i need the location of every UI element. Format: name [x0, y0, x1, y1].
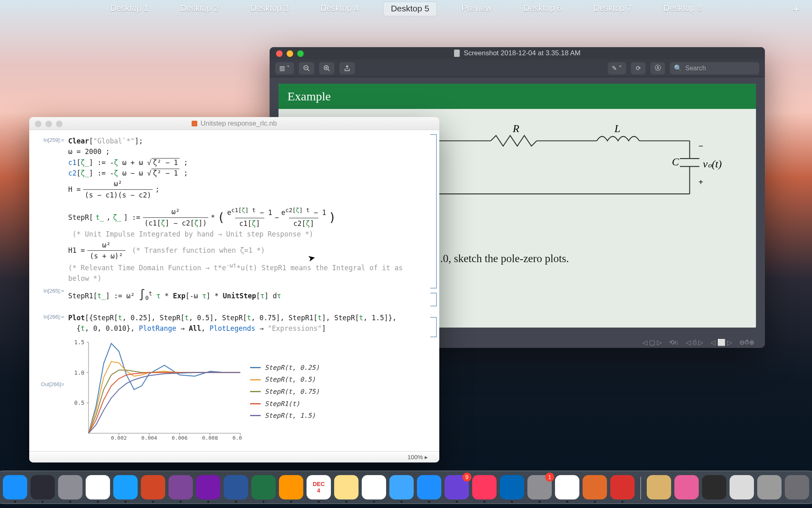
dock-app-excel[interactable] [251, 475, 276, 499]
dock-app-feedback[interactable]: 9 [445, 475, 469, 499]
desktop-thumb-8[interactable]: Desktop 8 [656, 2, 709, 16]
badge: 9 [462, 473, 471, 482]
code-cell[interactable]: StepR1[t_] := ω² ∫0t τ * Exp[-ω τ] * Uni… [68, 287, 281, 303]
dock-app-chrome[interactable] [86, 475, 110, 499]
dock-app-calendar[interactable]: DEC4 [307, 475, 331, 499]
search-placeholder: Search [685, 65, 706, 72]
dock-app-mail[interactable] [389, 475, 414, 499]
desktop-thumb-2[interactable]: Desktop 2 [173, 2, 226, 16]
dock-app-powerpoint[interactable] [141, 475, 165, 499]
add-desktop-button[interactable]: + [793, 2, 800, 16]
slide-heading: Example [279, 84, 756, 109]
dock-app-matlab[interactable] [583, 475, 607, 499]
plot-legend: StepR(t, 0.25)StepR(t, 0.5)StepR(t, 0.75… [250, 339, 320, 441]
mathematica-titlebar[interactable]: Unitstep response_rlc.nb [29, 117, 439, 130]
dock-app-terminal[interactable] [702, 475, 726, 499]
dock-app-finder[interactable] [3, 475, 27, 499]
svg-text:1.0: 1.0 [74, 369, 84, 376]
dock-app-drive[interactable] [555, 475, 579, 499]
dock-app-tor[interactable] [168, 475, 193, 499]
step-response-plot: 0.51.01.50.0020.0040.0060.0080.010 [68, 339, 243, 441]
close-icon[interactable] [276, 50, 283, 57]
sidebar-toggle-button[interactable]: ▥ ˅ [275, 62, 294, 74]
svg-line-4 [328, 69, 330, 71]
dock-app-launchpad[interactable] [58, 475, 82, 499]
cell-bracket[interactable] [430, 293, 437, 306]
preview-title: Screenshot 2018-12-04 at 3.35.18 AM [464, 49, 580, 57]
dock-app-mathematica[interactable] [610, 475, 635, 499]
svg-text:0.008: 0.008 [202, 435, 218, 441]
search-icon: 🔍 [674, 64, 682, 72]
dock-app-itunes[interactable] [472, 475, 497, 499]
zoom-out-button[interactable] [299, 62, 314, 74]
dock-app-word[interactable] [224, 475, 248, 499]
dock-app-photos[interactable] [362, 475, 386, 499]
svg-text:C: C [672, 156, 679, 168]
in-label: In[266]:= [36, 313, 64, 334]
zoom-level[interactable]: 100% ▸ [407, 454, 428, 461]
dock-app-notes[interactable] [334, 475, 358, 499]
preview-search[interactable]: 🔍 Search [670, 62, 759, 74]
desktop-thumb-4[interactable]: Desktop 4 [313, 2, 366, 16]
dock-app-safari[interactable] [113, 475, 138, 499]
notebook-statusbar: 100% ▸ [29, 451, 439, 462]
in-label: In[259]:= [36, 136, 64, 284]
document-icon [454, 50, 460, 57]
share-button[interactable] [339, 62, 355, 74]
highlight-button[interactable]: ✎ ˅ [608, 62, 626, 74]
zoom-in-button[interactable] [319, 62, 335, 74]
dock: DEC491 [0, 471, 812, 504]
cell-bracket[interactable] [430, 317, 437, 337]
dock-app-books[interactable] [279, 475, 303, 499]
svg-text:L: L [614, 123, 621, 135]
markup-button[interactable]: Ⓐ [650, 62, 665, 74]
minimize-icon[interactable] [45, 121, 52, 127]
desktop-thumb-7[interactable]: Desktop 7 [586, 2, 639, 16]
footer-nav-icon[interactable]: ◁ ▢ ▷ [642, 339, 662, 346]
close-icon[interactable] [35, 121, 41, 127]
legend-item: StepR(t, 0.75) [250, 386, 320, 398]
cell-bracket[interactable] [430, 134, 437, 289]
svg-text:vₒ(t): vₒ(t) [703, 158, 721, 170]
minimize-icon[interactable] [287, 50, 293, 57]
dock-app-siri[interactable] [30, 475, 55, 499]
svg-text:+: + [698, 178, 703, 187]
zoom-icon[interactable] [297, 50, 304, 57]
svg-text:−: − [698, 141, 703, 150]
footer-undo-icon[interactable]: ⟲⎌ [669, 339, 678, 346]
dock-app-sysprefs[interactable]: 1 [527, 475, 552, 499]
mission-control-desktops: Desktop 1 Desktop 2 Desktop 3 Desktop 4 … [0, 0, 812, 16]
dock-app-downloads[interactable] [647, 475, 671, 499]
legend-item: StepR(t, 1.5) [250, 410, 320, 422]
svg-text:0.006: 0.006 [172, 435, 188, 441]
footer-zoom-icon[interactable]: ⊖⥀⊕ [739, 339, 754, 346]
code-cell[interactable]: Plot[{StepR[t, 0.25], StepR[t, 0.5], Ste… [68, 313, 397, 334]
dock-app-activitymonitor[interactable] [730, 475, 754, 499]
preview-titlebar[interactable]: Screenshot 2018-12-04 at 3.35.18 AM [270, 47, 765, 59]
dock-app-messages[interactable] [417, 475, 441, 499]
desktop-thumb-1[interactable]: Desktop 1 [103, 2, 156, 16]
desktop-thumb-5[interactable]: Desktop 5 [383, 2, 437, 16]
svg-text:0.5: 0.5 [74, 399, 84, 406]
zoom-icon[interactable] [56, 121, 63, 127]
desktop-thumb-3[interactable]: Desktop 3 [243, 2, 296, 16]
dock-app-browser[interactable] [757, 475, 782, 499]
dock-app-vs code[interactable] [500, 475, 524, 499]
footer-print-icon[interactable]: ◁ ⎙ ▷ [686, 339, 703, 346]
legend-item: StepR1(t) [250, 398, 320, 410]
mathematica-icon [192, 121, 197, 126]
svg-line-1 [307, 69, 309, 71]
rotate-button[interactable]: ⟳ [631, 62, 646, 74]
dock-app-trash[interactable] [785, 475, 809, 499]
code-cell[interactable]: Clear["Global`*"]; ω = 2000 ; c1[ζ_] := … [68, 136, 423, 284]
badge: 1 [545, 473, 554, 482]
footer-view-icon[interactable]: ◁ ⬜ ▷ [710, 339, 732, 346]
notebook-body[interactable]: In[259]:= Clear["Global`*"]; ω = 2000 ; … [29, 130, 439, 451]
dock-app-folder[interactable] [674, 475, 699, 499]
preview-toolbar: ▥ ˅ ✎ ˅ ⟳ Ⓐ 🔍 Search [270, 59, 765, 77]
svg-text:R: R [512, 123, 519, 135]
desktop-thumb-6[interactable]: Desktop 6 [516, 2, 569, 16]
desktop-thumb-preview[interactable]: Preview [454, 2, 499, 16]
dock-app-onenote[interactable] [196, 475, 220, 499]
mathematica-window: Unitstep response_rlc.nb In[259]:= Clear… [29, 117, 439, 462]
